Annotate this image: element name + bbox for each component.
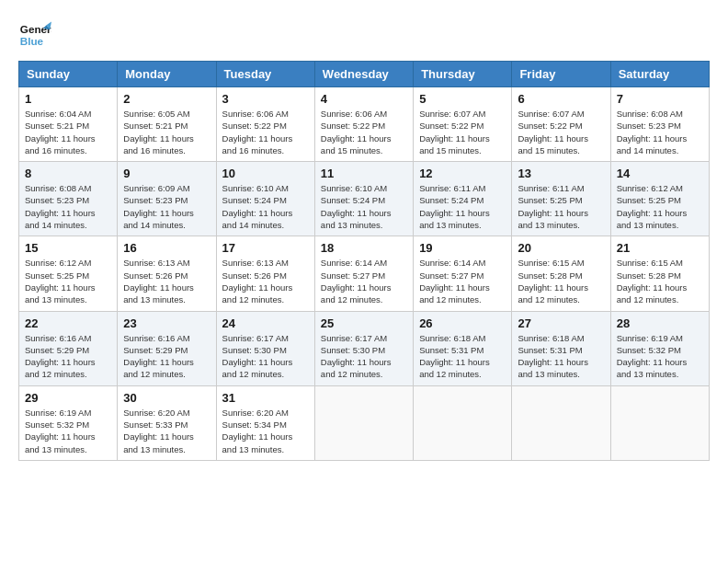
day-info: Sunrise: 6:08 AM Sunset: 5:23 PM Dayligh…	[25, 182, 111, 231]
calendar-week-4: 22 Sunrise: 6:16 AM Sunset: 5:29 PM Dayl…	[19, 311, 710, 385]
calendar-cell: 17 Sunrise: 6:13 AM Sunset: 5:26 PM Dayl…	[216, 236, 314, 311]
svg-text:Blue: Blue	[20, 35, 44, 47]
calendar-cell: 14 Sunrise: 6:12 AM Sunset: 5:25 PM Dayl…	[610, 162, 709, 236]
calendar-cell: 30 Sunrise: 6:20 AM Sunset: 5:33 PM Dayl…	[118, 385, 216, 460]
day-number: 25	[321, 316, 407, 330]
day-info: Sunrise: 6:17 AM Sunset: 5:30 PM Dayligh…	[321, 332, 407, 381]
calendar: SundayMondayTuesdayWednesdayThursdayFrid…	[18, 61, 710, 461]
day-header-friday: Friday	[512, 62, 610, 87]
calendar-cell: 11 Sunrise: 6:10 AM Sunset: 5:24 PM Dayl…	[314, 162, 413, 236]
calendar-cell: 3 Sunrise: 6:06 AM Sunset: 5:22 PM Dayli…	[216, 87, 314, 162]
day-info: Sunrise: 6:16 AM Sunset: 5:29 PM Dayligh…	[123, 332, 210, 381]
day-number: 16	[123, 241, 210, 255]
day-info: Sunrise: 6:13 AM Sunset: 5:26 PM Dayligh…	[222, 257, 309, 305]
calendar-cell: 18 Sunrise: 6:14 AM Sunset: 5:27 PM Dayl…	[314, 236, 413, 311]
calendar-cell: 7 Sunrise: 6:08 AM Sunset: 5:23 PM Dayli…	[610, 87, 709, 162]
day-info: Sunrise: 6:18 AM Sunset: 5:31 PM Dayligh…	[419, 332, 506, 381]
day-number: 28	[617, 316, 703, 330]
day-number: 14	[617, 167, 703, 180]
day-number: 19	[419, 241, 506, 255]
day-number: 8	[25, 167, 111, 180]
day-info: Sunrise: 6:08 AM Sunset: 5:23 PM Dayligh…	[617, 108, 703, 156]
calendar-cell: 21 Sunrise: 6:15 AM Sunset: 5:28 PM Dayl…	[610, 236, 709, 311]
day-info: Sunrise: 6:11 AM Sunset: 5:25 PM Dayligh…	[518, 182, 604, 231]
calendar-cell: 15 Sunrise: 6:12 AM Sunset: 5:25 PM Dayl…	[19, 236, 118, 311]
day-info: Sunrise: 6:17 AM Sunset: 5:30 PM Dayligh…	[222, 332, 309, 381]
day-number: 18	[321, 241, 407, 255]
calendar-cell: 2 Sunrise: 6:05 AM Sunset: 5:21 PM Dayli…	[118, 87, 216, 162]
page-header: General Blue	[18, 18, 710, 52]
day-info: Sunrise: 6:20 AM Sunset: 5:34 PM Dayligh…	[222, 407, 309, 455]
day-number: 15	[25, 241, 111, 255]
day-info: Sunrise: 6:16 AM Sunset: 5:29 PM Dayligh…	[25, 332, 111, 381]
calendar-cell: 19 Sunrise: 6:14 AM Sunset: 5:27 PM Dayl…	[414, 236, 512, 311]
day-number: 21	[617, 241, 703, 255]
logo: General Blue	[18, 18, 55, 52]
day-info: Sunrise: 6:11 AM Sunset: 5:24 PM Dayligh…	[419, 182, 506, 231]
calendar-cell: 6 Sunrise: 6:07 AM Sunset: 5:22 PM Dayli…	[512, 87, 610, 162]
day-info: Sunrise: 6:15 AM Sunset: 5:28 PM Dayligh…	[518, 257, 604, 305]
day-number: 1	[25, 92, 111, 106]
calendar-week-3: 15 Sunrise: 6:12 AM Sunset: 5:25 PM Dayl…	[19, 236, 710, 311]
calendar-cell	[314, 385, 413, 460]
calendar-cell: 1 Sunrise: 6:04 AM Sunset: 5:21 PM Dayli…	[19, 87, 118, 162]
day-number: 22	[25, 316, 111, 330]
calendar-header-row: SundayMondayTuesdayWednesdayThursdayFrid…	[19, 62, 710, 87]
calendar-cell: 16 Sunrise: 6:13 AM Sunset: 5:26 PM Dayl…	[118, 236, 216, 311]
day-header-saturday: Saturday	[610, 62, 709, 87]
day-info: Sunrise: 6:10 AM Sunset: 5:24 PM Dayligh…	[222, 182, 309, 231]
day-info: Sunrise: 6:07 AM Sunset: 5:22 PM Dayligh…	[419, 108, 506, 156]
day-info: Sunrise: 6:05 AM Sunset: 5:21 PM Dayligh…	[123, 108, 210, 156]
day-header-sunday: Sunday	[19, 62, 118, 87]
day-number: 24	[222, 316, 309, 330]
day-info: Sunrise: 6:09 AM Sunset: 5:23 PM Dayligh…	[123, 182, 210, 231]
day-header-thursday: Thursday	[414, 62, 512, 87]
day-info: Sunrise: 6:14 AM Sunset: 5:27 PM Dayligh…	[419, 257, 506, 305]
calendar-cell: 10 Sunrise: 6:10 AM Sunset: 5:24 PM Dayl…	[216, 162, 314, 236]
calendar-cell: 5 Sunrise: 6:07 AM Sunset: 5:22 PM Dayli…	[414, 87, 512, 162]
calendar-cell: 13 Sunrise: 6:11 AM Sunset: 5:25 PM Dayl…	[512, 162, 610, 236]
calendar-cell: 25 Sunrise: 6:17 AM Sunset: 5:30 PM Dayl…	[314, 311, 413, 385]
calendar-cell: 29 Sunrise: 6:19 AM Sunset: 5:32 PM Dayl…	[19, 385, 118, 460]
day-info: Sunrise: 6:20 AM Sunset: 5:33 PM Dayligh…	[123, 407, 210, 455]
calendar-week-5: 29 Sunrise: 6:19 AM Sunset: 5:32 PM Dayl…	[19, 385, 710, 460]
day-number: 12	[419, 167, 506, 180]
day-number: 31	[222, 391, 309, 405]
day-number: 26	[419, 316, 506, 330]
day-info: Sunrise: 6:14 AM Sunset: 5:27 PM Dayligh…	[321, 257, 407, 305]
calendar-cell: 20 Sunrise: 6:15 AM Sunset: 5:28 PM Dayl…	[512, 236, 610, 311]
day-header-monday: Monday	[118, 62, 216, 87]
day-info: Sunrise: 6:07 AM Sunset: 5:22 PM Dayligh…	[518, 108, 604, 156]
day-number: 4	[321, 92, 407, 106]
calendar-cell	[414, 385, 512, 460]
calendar-cell: 8 Sunrise: 6:08 AM Sunset: 5:23 PM Dayli…	[19, 162, 118, 236]
calendar-cell: 12 Sunrise: 6:11 AM Sunset: 5:24 PM Dayl…	[414, 162, 512, 236]
calendar-cell: 26 Sunrise: 6:18 AM Sunset: 5:31 PM Dayl…	[414, 311, 512, 385]
day-number: 2	[123, 92, 210, 106]
calendar-cell: 9 Sunrise: 6:09 AM Sunset: 5:23 PM Dayli…	[118, 162, 216, 236]
calendar-cell: 22 Sunrise: 6:16 AM Sunset: 5:29 PM Dayl…	[19, 311, 118, 385]
day-info: Sunrise: 6:13 AM Sunset: 5:26 PM Dayligh…	[123, 257, 210, 305]
day-info: Sunrise: 6:19 AM Sunset: 5:32 PM Dayligh…	[25, 407, 111, 455]
day-info: Sunrise: 6:12 AM Sunset: 5:25 PM Dayligh…	[617, 182, 703, 231]
day-info: Sunrise: 6:04 AM Sunset: 5:21 PM Dayligh…	[25, 108, 111, 156]
calendar-cell	[610, 385, 709, 460]
day-number: 6	[518, 92, 604, 106]
day-header-wednesday: Wednesday	[314, 62, 413, 87]
day-number: 3	[222, 92, 309, 106]
day-info: Sunrise: 6:10 AM Sunset: 5:24 PM Dayligh…	[321, 182, 407, 231]
day-number: 20	[518, 241, 604, 255]
day-number: 27	[518, 316, 604, 330]
day-number: 23	[123, 316, 210, 330]
calendar-cell: 23 Sunrise: 6:16 AM Sunset: 5:29 PM Dayl…	[118, 311, 216, 385]
calendar-cell: 31 Sunrise: 6:20 AM Sunset: 5:34 PM Dayl…	[216, 385, 314, 460]
calendar-cell: 27 Sunrise: 6:18 AM Sunset: 5:31 PM Dayl…	[512, 311, 610, 385]
day-info: Sunrise: 6:18 AM Sunset: 5:31 PM Dayligh…	[518, 332, 604, 381]
day-number: 11	[321, 167, 407, 180]
day-header-tuesday: Tuesday	[216, 62, 314, 87]
day-number: 5	[419, 92, 506, 106]
calendar-week-2: 8 Sunrise: 6:08 AM Sunset: 5:23 PM Dayli…	[19, 162, 710, 236]
day-info: Sunrise: 6:15 AM Sunset: 5:28 PM Dayligh…	[617, 257, 703, 305]
day-info: Sunrise: 6:12 AM Sunset: 5:25 PM Dayligh…	[25, 257, 111, 305]
day-info: Sunrise: 6:06 AM Sunset: 5:22 PM Dayligh…	[321, 108, 407, 156]
